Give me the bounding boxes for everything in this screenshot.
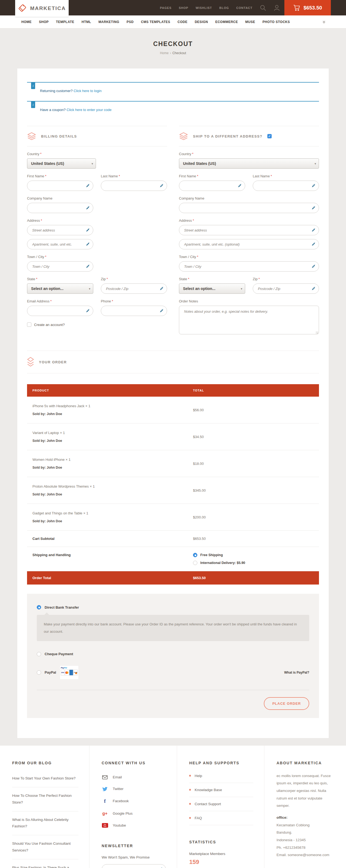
cart-button[interactable]: $653.50 — [284, 0, 331, 16]
mastercard-icon — [65, 670, 69, 676]
billing-phone-input[interactable] — [101, 306, 167, 316]
about-text: ec mollis lorem consequat. Fusce ipsum e… — [277, 772, 335, 809]
product-total: $34.50 — [187, 424, 319, 450]
faq-link[interactable]: FAQ — [189, 811, 253, 825]
product-name[interactable]: Women Hold iPhone × 1 — [32, 458, 182, 462]
billing-town-input[interactable] — [27, 261, 93, 272]
nav-more-chevrons-icon[interactable] — [322, 20, 325, 25]
breadcrumb: Home›Checkout — [0, 51, 346, 55]
nav-muse[interactable]: MUSE — [245, 20, 255, 24]
returning-customer-notice: i Returning customer? Click here to logi… — [27, 82, 319, 94]
blog-post-link[interactable]: What is So Alluring About Celebrity Fash… — [12, 811, 78, 836]
top-nav: PAGES SHOP WISHLIST BLOG CONTACT — [160, 0, 280, 16]
product-seller: Sold by: John Doe — [32, 493, 182, 496]
shipping-company-label: Company Name — [179, 196, 319, 200]
notice-prefix: Have a coupon? — [40, 108, 66, 112]
billing-apartment-input[interactable] — [27, 239, 93, 249]
billing-country-select[interactable]: United States (US) ▾ — [27, 158, 96, 169]
topnav-shop[interactable]: SHOP — [179, 6, 188, 9]
resize-handle-icon[interactable] — [316, 331, 318, 334]
billing-last-name-input[interactable] — [101, 181, 167, 191]
billing-state-select[interactable]: Select an option... ▾ — [27, 283, 93, 294]
paypal-option[interactable]: PayPal PayPal VISA DISCOVER What is PayP… — [37, 665, 309, 680]
radio-icon[interactable] — [37, 652, 41, 656]
login-link[interactable]: Click here to login — [73, 89, 101, 93]
account-icon[interactable] — [274, 5, 280, 11]
cart-total: $653.50 — [304, 5, 322, 11]
product-name[interactable]: Variant of Laptop × 1 — [32, 431, 182, 435]
billing-email-input[interactable] — [27, 306, 93, 316]
bank-transfer-option[interactable]: Direct Bank Transfer — [37, 605, 309, 610]
topnav-contact[interactable]: CONTACT — [236, 6, 252, 9]
place-order-button[interactable]: PLACE ORDER — [264, 697, 309, 710]
nav-html[interactable]: HTML — [82, 20, 91, 24]
facebook-link[interactable]: f Facebook — [102, 795, 166, 808]
search-icon[interactable] — [260, 5, 266, 11]
shipping-zip-input[interactable] — [253, 283, 319, 294]
shipping-country-select[interactable]: United States (US) ▾ — [179, 158, 319, 169]
radio-icon[interactable] — [37, 670, 41, 675]
billing-street-input[interactable] — [27, 225, 93, 235]
billing-first-name-input[interactable] — [27, 181, 93, 191]
nav-marketing[interactable]: MARKETING — [98, 20, 119, 24]
topnav-blog[interactable]: BLOG — [219, 6, 229, 9]
blog-post-link[interactable]: How To Start Your Own Fashion Store? — [12, 770, 78, 787]
topnav-pages[interactable]: PAGES — [160, 6, 172, 9]
free-shipping-option[interactable]: Free Shipping — [193, 553, 314, 557]
shipping-apartment-input[interactable] — [179, 239, 319, 249]
product-name[interactable]: iPhone 5s with Headphones Jack × 1 — [32, 404, 182, 408]
nav-code[interactable]: CODE — [178, 20, 187, 24]
order-notes-label: Order Notes — [179, 299, 319, 303]
nav-design[interactable]: DESIGN — [195, 20, 208, 24]
pen-icon — [311, 184, 315, 188]
twitter-link[interactable]: Twitter — [102, 783, 166, 795]
cheque-payment-option[interactable]: Cheque Payment — [37, 652, 309, 656]
newsletter-email-input[interactable] — [102, 864, 166, 868]
blog-post-link[interactable]: How To Choose The Perfect Fashion Store? — [12, 787, 78, 811]
google-plus-link[interactable]: g+ Google Plus — [102, 808, 166, 819]
footer: FROM OUR BLOG How To Start Your Own Fash… — [0, 746, 346, 868]
order-notes-textarea[interactable] — [179, 306, 319, 334]
international-delivery-option[interactable]: International Delivery: $5.90 — [193, 561, 314, 565]
radio-selected-icon[interactable] — [37, 605, 41, 610]
nav-cms-templates[interactable]: CMS TEMPLATES — [141, 20, 170, 24]
payment-methods-panel: Direct Bank Transfer Make your payment d… — [27, 594, 319, 718]
what-is-paypal-link[interactable]: What is PayPal? — [284, 671, 309, 675]
shipping-state-select[interactable]: Select an option... ▾ — [179, 283, 245, 294]
ship-different-checkbox[interactable]: ✓ — [267, 134, 272, 138]
radio-selected-icon[interactable] — [193, 553, 197, 557]
logo[interactable]: MARKETICA — [15, 0, 69, 17]
email-link[interactable]: Email — [102, 772, 166, 783]
shipping-street-input[interactable] — [179, 225, 319, 235]
nav-shop[interactable]: SHOP — [39, 20, 49, 24]
breadcrumb-home[interactable]: Home — [160, 51, 169, 55]
nav-psd[interactable]: PSD — [127, 20, 134, 24]
order-table: PRODUCT TOTAL iPhone 5s with Headphones … — [27, 384, 319, 585]
radio-icon[interactable] — [193, 561, 197, 565]
help-link[interactable]: Help — [189, 769, 253, 783]
nav-template[interactable]: TEMPLATE — [56, 20, 74, 24]
create-account-checkbox[interactable] — [27, 322, 31, 327]
blog-post-link[interactable]: Should You Use Fashion Consultant Servic… — [12, 835, 78, 859]
knowledge-base-link[interactable]: Knowladge Base — [189, 783, 253, 797]
topnav-wishlist[interactable]: WISHLIST — [196, 6, 212, 9]
billing-zip-input[interactable] — [101, 283, 167, 294]
address-line: Indonesia - 12345 — [277, 836, 335, 844]
product-name[interactable]: Gadget and Things on the Table × 1 — [32, 511, 182, 515]
shipping-company-input[interactable] — [179, 203, 319, 213]
contact-support-link[interactable]: Contact Support — [189, 797, 253, 811]
shipping-column: SHIP TO A DIFFERENT ADDRESS? ✓ Country* … — [179, 126, 319, 336]
checkout-form: BILLING DETAILS Country* United States (… — [27, 126, 319, 336]
coupon-link[interactable]: Click here to enter your code — [67, 108, 111, 112]
shipping-town-input[interactable] — [179, 261, 319, 272]
shipping-last-name-input[interactable] — [253, 181, 319, 191]
product-total: $200.00 — [187, 504, 319, 530]
shipping-first-name-input[interactable] — [179, 181, 245, 191]
product-name[interactable]: Proton Absolute Wordpress Themes × 1 — [32, 484, 182, 489]
nav-photo-stocks[interactable]: PHOTO STOCKS — [263, 20, 290, 24]
blog-post-link[interactable]: Plus Size Fashion: Is There Such a Thing… — [12, 859, 78, 868]
nav-ecommerce[interactable]: ECOMMERCE — [215, 20, 238, 24]
nav-home[interactable]: HOME — [21, 20, 32, 24]
billing-company-input[interactable] — [27, 203, 93, 213]
youtube-link[interactable]: YouTube Youtube — [102, 819, 166, 831]
